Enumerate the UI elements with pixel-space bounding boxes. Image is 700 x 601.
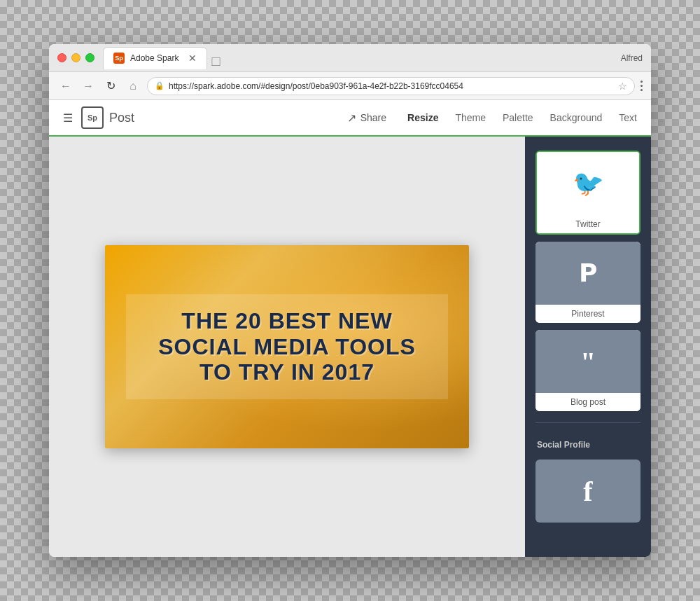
app-logo: Sp Post [81,106,134,129]
address-input[interactable]: 🔒 https://spark.adobe.com/#design/post/0… [147,77,635,95]
tab-favicon: Sp [113,53,125,64]
size-card-blogpost[interactable]: " Blog post [536,330,640,411]
pinterest-icon: 𝗣 [579,258,597,288]
reload-button[interactable]: ↻ [102,79,119,92]
tab-bar: Sp Adobe Spark ✕ □ [103,47,621,69]
logo-box: Sp [81,106,104,129]
share-icon: ↗ [347,111,356,125]
close-button[interactable] [57,53,66,62]
nav-resize[interactable]: Resize [407,112,438,123]
design-card[interactable]: THE 20 BEST NEW SOCIAL MEDIA TOOLS TO TR… [105,245,469,448]
share-button[interactable]: ↗ Share [347,111,386,125]
title-bar: Sp Adobe Spark ✕ □ Alfred [49,44,651,72]
pinterest-preview: 𝗣 [536,242,640,305]
blogpost-icon: " [580,345,596,378]
active-tab[interactable]: Sp Adobe Spark ✕ [103,47,207,69]
canvas-area: THE 20 BEST NEW SOCIAL MEDIA TOOLS TO TR… [49,137,525,557]
forward-button[interactable]: → [80,80,97,92]
tab-title: Adobe Spark [130,53,178,63]
browser-window: Sp Adobe Spark ✕ □ Alfred ← → ↻ ⌂ 🔒 http… [49,44,651,557]
pinterest-label: Pinterest [536,305,640,323]
new-tab-button[interactable]: □ [211,53,220,69]
browser-menu-icon[interactable] [640,81,643,91]
facebook-preview: f [536,460,640,523]
facebook-icon: f [583,475,592,508]
toolbar-nav: Resize Theme Palette Background Text [407,112,637,123]
lock-icon: 🔒 [155,81,164,90]
home-button[interactable]: ⌂ [125,80,141,92]
blogpost-label: Blog post [536,393,640,411]
blogpost-preview: " [536,330,640,393]
share-label: Share [360,112,386,123]
bookmark-icon[interactable]: ☆ [618,81,627,92]
nav-text[interactable]: Text [619,112,637,123]
main-content: THE 20 BEST NEW SOCIAL MEDIA TOOLS TO TR… [49,137,651,557]
address-bar: ← → ↻ ⌂ 🔒 https://spark.adobe.com/#desig… [49,72,651,100]
twitter-icon: 🐦 [573,169,604,198]
sidebar: 🐦 Twitter 𝗣 Pinterest " Blog post Social… [525,137,651,557]
hamburger-menu-icon[interactable]: ☰ [63,111,73,125]
twitter-label: Twitter [537,215,639,233]
sidebar-section-title: Social Profile [536,440,640,450]
design-text-block: THE 20 BEST NEW SOCIAL MEDIA TOOLS TO TR… [105,245,469,448]
design-headline[interactable]: THE 20 BEST NEW SOCIAL MEDIA TOOLS TO TR… [147,308,427,385]
nav-palette[interactable]: Palette [503,112,533,123]
address-actions: ☆ [618,81,627,92]
back-button[interactable]: ← [57,80,74,92]
nav-background[interactable]: Background [550,112,603,123]
app-name: Post [109,111,134,125]
size-card-pinterest[interactable]: 𝗣 Pinterest [536,242,640,323]
maximize-button[interactable] [85,53,94,62]
app-toolbar: ☰ Sp Post ↗ Share Resize Theme Palette B… [49,100,651,137]
minimize-button[interactable] [71,53,80,62]
url-text: https://spark.adobe.com/#design/post/0eb… [169,81,463,91]
twitter-preview: 🐦 [537,152,639,215]
nav-theme[interactable]: Theme [455,112,486,123]
size-card-twitter[interactable]: 🐦 Twitter [536,151,640,235]
tab-close-icon[interactable]: ✕ [188,53,197,63]
sidebar-divider [536,422,640,423]
user-name: Alfred [621,53,643,63]
design-text-inner: THE 20 BEST NEW SOCIAL MEDIA TOOLS TO TR… [126,294,448,399]
size-card-facebook[interactable]: f [536,460,640,523]
traffic-lights [57,53,94,62]
